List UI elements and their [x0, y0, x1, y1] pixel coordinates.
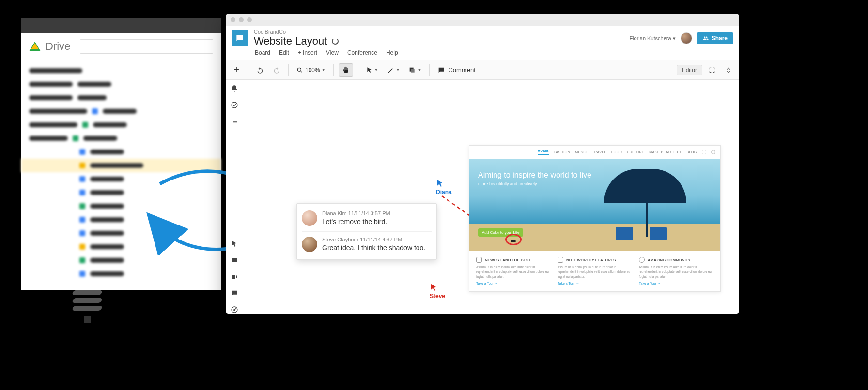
comment-meta: Steve Clayborn 11/11/14 4:37 PM	[322, 237, 425, 242]
zoom-dropdown[interactable]: 100% ▼	[294, 63, 328, 77]
mock-nav-item[interactable]: FASHION	[554, 150, 570, 154]
traffic-light-minimize[interactable]	[239, 17, 244, 22]
svg-rect-4	[232, 258, 237, 262]
col-heading: NOTEWORTHY FEATURES	[566, 258, 616, 262]
conceptboard-window: CoolBrandCo Website Layout Florian Kutsc…	[226, 14, 739, 314]
cart-icon[interactable]	[702, 150, 706, 154]
redo-button[interactable]	[270, 63, 283, 77]
col-text: Assum ut in enim ipsum aute irure dolor …	[558, 265, 632, 279]
menu-board[interactable]: Board	[255, 49, 270, 56]
compass-icon[interactable]	[231, 306, 238, 314]
drive-window: Drive	[21, 18, 221, 290]
col-heading: NEWEST AND THE BEST	[485, 258, 531, 262]
mock-column: AMAZING COMMUNITY Assum ut in enim ipsum…	[639, 257, 713, 285]
undo-button[interactable]	[253, 63, 267, 77]
drive-title: Drive	[46, 40, 70, 53]
mock-nav-item[interactable]: BLOG	[687, 150, 697, 154]
cursor-label: Steve	[430, 293, 445, 300]
svg-point-3	[232, 102, 237, 108]
mock-nav: HOME FASHION MUSIC TRAVEL FOOD CULTURE M…	[469, 146, 720, 159]
col-link[interactable]: Take a Tour →	[558, 282, 579, 285]
left-rail	[226, 80, 243, 314]
col-text: Assum ut in enim ipsum aute irure dolor …	[476, 265, 551, 279]
comment-thread[interactable]: Diana Kim 11/11/14 3:57 PM Let's remove …	[296, 203, 437, 260]
video-icon[interactable]	[231, 273, 238, 281]
workspace-name: CoolBrandCo	[254, 29, 623, 35]
menu-conference[interactable]: Conference	[347, 49, 377, 56]
col-text: Assum ut in enim ipsum aute irure dolor …	[639, 265, 713, 279]
menu-bar: Board Edit + Insert View Conference Help	[226, 47, 739, 60]
speech-icon	[639, 257, 645, 263]
annotation-circle	[505, 234, 522, 245]
menu-help[interactable]: Help	[386, 49, 398, 56]
hero-title: Aiming to inspire the world to live	[478, 171, 712, 180]
commenter-avatar	[302, 210, 317, 226]
traffic-light-zoom[interactable]	[247, 17, 252, 22]
mock-columns: NEWEST AND THE BEST Assum ut in enim ips…	[469, 251, 720, 291]
mock-nav-item[interactable]: MAKE BEAUTIFUL	[649, 150, 682, 154]
collapse-button[interactable]	[722, 63, 735, 77]
menu-view[interactable]: View	[326, 49, 339, 56]
chair-graphic	[616, 227, 633, 240]
add-button[interactable]: +	[230, 63, 243, 77]
commenter-avatar	[302, 237, 317, 252]
remote-cursor-steve: Steve	[430, 283, 445, 300]
zoom-value: 100%	[305, 67, 320, 74]
cursor-rail-icon[interactable]	[231, 240, 238, 248]
traffic-light-close[interactable]	[231, 17, 235, 22]
mock-nav-item[interactable]: MUSIC	[575, 150, 587, 154]
comment-meta: Diana Kim 11/11/14 3:57 PM	[322, 210, 390, 216]
comment-label: Comment	[448, 66, 475, 74]
comment-text: Great idea. I think the shadow too.	[322, 243, 425, 253]
svg-point-0	[297, 68, 301, 71]
menu-edit[interactable]: Edit	[279, 49, 289, 56]
comment-item: Diana Kim 11/11/14 3:57 PM Let's remove …	[302, 208, 432, 229]
board-title-text: Website Layout	[254, 35, 327, 47]
chat-icon[interactable]	[231, 289, 238, 297]
doc-icon	[476, 257, 482, 263]
drive-search-input[interactable]	[80, 39, 213, 54]
drive-header: Drive	[21, 33, 221, 60]
drive-logo-icon	[29, 42, 41, 51]
list-icon[interactable]	[231, 118, 238, 125]
share-button[interactable]: Share	[697, 32, 733, 44]
bell-icon[interactable]	[231, 85, 238, 92]
board-canvas[interactable]: Diana Kim 11/11/14 3:57 PM Let's remove …	[243, 80, 739, 314]
window-titlebar	[226, 14, 739, 26]
umbrella-pole	[646, 169, 648, 237]
mock-nav-item[interactable]: FOOD	[611, 150, 622, 154]
board-header: CoolBrandCo Website Layout Florian Kutsc…	[226, 26, 739, 47]
user-menu[interactable]: Florian Kutschera ▾	[629, 35, 675, 42]
sync-icon	[332, 38, 339, 45]
toolbar: + 100% ▼ ▼ ▼ ▼ Comment	[226, 60, 739, 80]
board-title[interactable]: Website Layout	[254, 35, 623, 47]
drive-titlebar	[21, 18, 221, 33]
col-link[interactable]: Take a Tour →	[476, 282, 498, 285]
mock-nav-item[interactable]: CULTURE	[627, 150, 644, 154]
mock-column: NEWEST AND THE BEST Assum ut in enim ips…	[476, 257, 551, 285]
svg-rect-2	[411, 69, 415, 73]
comment-button[interactable]: Comment	[434, 63, 478, 77]
pen-tool-button[interactable]: ▼	[384, 63, 403, 77]
col-link[interactable]: Take a Tour →	[639, 282, 661, 285]
role-indicator[interactable]: Editor	[677, 65, 702, 75]
search-icon[interactable]	[711, 150, 715, 154]
chair-graphic	[650, 227, 667, 240]
shape-tool-button[interactable]: ▼	[405, 63, 424, 77]
check-circle-icon[interactable]	[231, 101, 238, 109]
comment-text: Let's remove the bird.	[322, 217, 390, 226]
comment-item: Steve Clayborn 11/11/14 4:37 PM Great id…	[302, 231, 432, 255]
col-heading: AMAZING COMMUNITY	[648, 258, 691, 262]
pointer-tool-button[interactable]: ▼	[363, 63, 381, 77]
mock-nav-item[interactable]: HOME	[538, 149, 549, 155]
user-avatar[interactable]	[681, 32, 692, 44]
mock-nav-item[interactable]: TRAVEL	[592, 150, 606, 154]
hand-tool-button[interactable]	[339, 63, 353, 77]
mock-hero: Aiming to inspire the world to live more…	[469, 159, 720, 251]
menu-insert[interactable]: + Insert	[298, 49, 317, 56]
fullscreen-button[interactable]	[705, 63, 719, 77]
decoration-strokes	[73, 290, 102, 323]
present-icon[interactable]	[231, 256, 238, 264]
board-body: Diana Kim 11/11/14 3:57 PM Let's remove …	[226, 80, 739, 314]
user-area: Florian Kutschera ▾ Share	[629, 32, 733, 44]
